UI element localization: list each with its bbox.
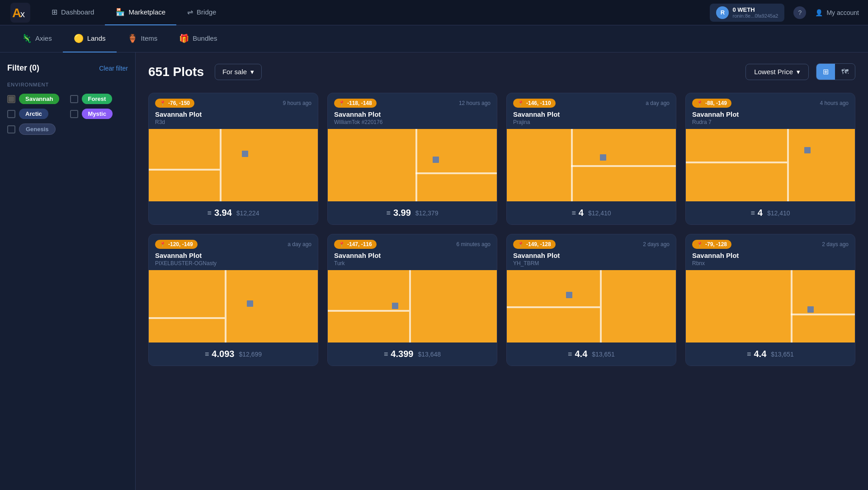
price-usd: $12,410 — [588, 209, 611, 217]
price-usd: $12,224 — [236, 209, 259, 217]
plot-name: Savannah Plot — [692, 110, 849, 118]
plot-card[interactable]: 📍 -88, -149 4 hours ago Savannah Plot Ru… — [685, 93, 855, 225]
plot-dot — [392, 303, 398, 309]
plot-card[interactable]: 📍 -147, -116 6 minutes ago Savannah Plot… — [327, 234, 497, 366]
sub-nav-axies-label: Axies — [35, 34, 52, 42]
forest-checkbox[interactable] — [70, 95, 78, 103]
coords-text: -79, -128 — [705, 241, 727, 247]
env-options: Savannah Forest Arctic Mystic Genesis — [7, 94, 128, 135]
plot-dot — [247, 300, 253, 307]
plot-image — [507, 129, 676, 201]
sub-nav-items[interactable]: 🏺 Items — [117, 25, 169, 52]
plot-card[interactable]: 📍 -118, -148 12 hours ago Savannah Plot … — [327, 93, 497, 225]
plot-coords: 📍 -120, -149 — [155, 240, 198, 249]
account-icon: 👤 — [815, 9, 823, 16]
plot-coords: 📍 -88, -149 — [692, 99, 731, 108]
plot-card[interactable]: 📍 -146, -110 a day ago Savannah Plot Pra… — [506, 93, 676, 225]
plot-meta: 📍 -118, -148 12 hours ago — [334, 99, 491, 108]
plot-coords: 📍 -146, -110 — [513, 99, 556, 108]
pin-icon: 📍 — [518, 242, 524, 247]
plot-name: Savannah Plot — [692, 252, 849, 259]
logo[interactable]: A x — [9, 1, 32, 24]
price-usd: $12,410 — [767, 209, 790, 217]
pin-icon: 📍 — [697, 100, 703, 106]
eth-icon: ≡ — [205, 350, 209, 358]
sub-nav-lands-label: Lands — [87, 34, 106, 42]
bundles-icon: 🎁 — [179, 33, 189, 43]
lands-icon: 🟡 — [74, 33, 84, 43]
env-genesis[interactable]: Genesis — [7, 124, 66, 135]
nav-bridge[interactable]: ⇌ Bridge — [176, 0, 227, 25]
env-forest[interactable]: Forest — [70, 94, 128, 104]
savannah-checkbox[interactable] — [7, 95, 15, 103]
account-label: My account — [826, 9, 859, 16]
pin-icon: 📍 — [160, 100, 166, 106]
plot-line-h — [149, 317, 225, 319]
plot-meta: 📍 -76, -150 9 hours ago — [155, 99, 311, 108]
plot-time: a day ago — [646, 100, 670, 106]
plot-line-v — [409, 270, 411, 343]
plot-line-v — [600, 270, 602, 343]
plot-card-header: 📍 -149, -128 2 days ago Savannah Plot YH… — [507, 234, 676, 270]
sub-nav-axies[interactable]: 🦎 Axies — [11, 25, 63, 52]
clear-filter-button[interactable]: Clear filter — [99, 65, 128, 72]
for-sale-dropdown[interactable]: For sale ▾ — [215, 64, 262, 80]
plot-card-header: 📍 -88, -149 4 hours ago Savannah Plot Ru… — [686, 93, 855, 129]
forest-tag: Forest — [82, 94, 113, 104]
plot-card[interactable]: 📍 -120, -149 a day ago Savannah Plot PIX… — [148, 234, 318, 366]
price-eth: ≡ 3.94 — [208, 208, 232, 218]
plot-card[interactable]: 📍 -79, -128 2 days ago Savannah Plot Rbn… — [685, 234, 855, 366]
env-mystic[interactable]: Mystic — [70, 109, 128, 119]
plot-price: ≡ 4 $12,410 — [686, 201, 855, 224]
mystic-checkbox[interactable] — [70, 110, 78, 118]
nav-marketplace[interactable]: 🏪 Marketplace — [105, 0, 176, 25]
map-view-button[interactable]: 🗺 — [835, 64, 855, 80]
plot-dot — [804, 147, 811, 153]
plot-coords: 📍 -76, -150 — [155, 99, 194, 108]
plot-line-v — [787, 129, 789, 201]
plot-line-h — [571, 165, 676, 167]
arctic-checkbox[interactable] — [7, 110, 15, 118]
plot-card[interactable]: 📍 -149, -128 2 days ago Savannah Plot YH… — [506, 234, 676, 366]
sub-nav-lands[interactable]: 🟡 Lands — [63, 25, 117, 52]
nav-dashboard[interactable]: ⊞ Dashboard — [41, 0, 105, 25]
sub-nav-bundles[interactable]: 🎁 Bundles — [168, 25, 228, 52]
coords-text: -146, -110 — [526, 100, 551, 106]
sort-label: Lowest Price — [754, 68, 793, 76]
plot-image — [149, 270, 318, 343]
price-usd: $13,651 — [592, 351, 615, 358]
plot-image — [686, 270, 855, 343]
wallet-info[interactable]: R 0 WETH ronin:8e...0fa9245a2 — [710, 4, 784, 22]
eth-icon: ≡ — [384, 350, 388, 358]
coords-text: -147, -116 — [347, 241, 372, 247]
plot-name: Savannah Plot — [513, 110, 670, 118]
coords-text: -118, -148 — [347, 100, 372, 106]
grid-view-button[interactable]: ⊞ — [816, 64, 835, 80]
coords-text: -120, -149 — [168, 241, 193, 247]
axies-icon: 🦎 — [22, 33, 32, 43]
genesis-checkbox[interactable] — [7, 125, 15, 133]
coords-text: -149, -128 — [526, 241, 551, 247]
env-savannah[interactable]: Savannah — [7, 94, 66, 104]
nav-marketplace-label: Marketplace — [128, 8, 165, 16]
plot-name: Savannah Plot — [334, 252, 491, 259]
eth-icon: ≡ — [208, 209, 212, 217]
plot-dot — [566, 292, 572, 298]
help-button[interactable]: ? — [793, 6, 806, 19]
price-eth: ≡ 4.093 — [205, 349, 234, 359]
nav-bridge-label: Bridge — [197, 8, 216, 16]
plot-card[interactable]: 📍 -76, -150 9 hours ago Savannah Plot R3… — [148, 93, 318, 225]
plot-line-h — [507, 306, 600, 308]
plot-line-v — [415, 129, 417, 201]
plot-owner: Rudra 7 — [692, 119, 849, 125]
env-arctic[interactable]: Arctic — [7, 109, 66, 119]
pin-icon: 📍 — [518, 100, 524, 106]
plot-image — [507, 270, 676, 343]
account-button[interactable]: 👤 My account — [815, 9, 859, 16]
env-label: ENVIRONMENT — [7, 82, 128, 87]
sort-dropdown[interactable]: Lowest Price ▾ — [745, 64, 809, 80]
plot-name: Savannah Plot — [334, 110, 491, 118]
mystic-tag: Mystic — [82, 109, 113, 119]
plot-coords: 📍 -118, -148 — [334, 99, 377, 108]
price-eth: ≡ 4.4 — [747, 349, 766, 359]
